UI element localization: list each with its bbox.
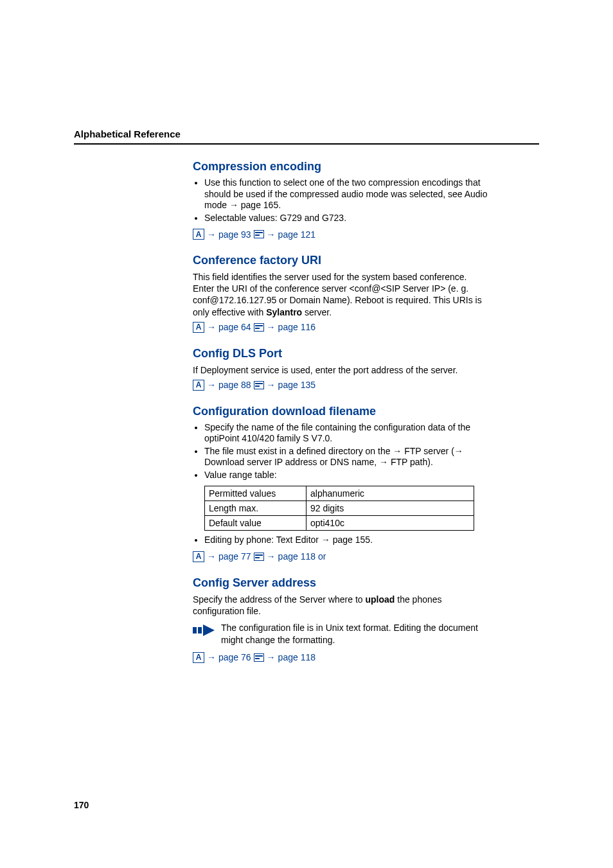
table-cell: Length max.	[205, 501, 306, 516]
wbt-icon	[254, 323, 264, 332]
compression-bullets: Use this function to select one of the t…	[193, 177, 488, 224]
admin-icon: A	[193, 652, 204, 663]
svg-rect-1	[198, 627, 202, 633]
conference-body-part2: server.	[302, 307, 332, 317]
admin-icon: A	[193, 322, 204, 333]
table-row: Length max. 92 digits	[205, 501, 474, 516]
heading-config-dls-port: Config DLS Port	[193, 347, 488, 360]
admin-icon: A	[193, 229, 204, 240]
wbt-icon	[254, 230, 264, 238]
download-bullet-after: Editing by phone: Text Editor → page 155…	[204, 535, 488, 546]
wbt-icon	[254, 653, 264, 662]
heading-conference-uri: Conference factory URI	[193, 254, 488, 267]
heading-compression-encoding: Compression encoding	[193, 160, 488, 173]
arrow-icon: →	[267, 652, 276, 662]
ref-link[interactable]: page 93	[218, 229, 251, 240]
wbt-icon	[254, 553, 264, 561]
ref-link[interactable]: page 116	[278, 322, 315, 332]
ref-link[interactable]: page 64	[218, 322, 251, 332]
compression-ref-line: A → page 93 → page 121	[193, 229, 488, 240]
heading-config-download-filename: Configuration download filename	[193, 405, 488, 418]
heading-config-server-address: Config Server address	[193, 576, 488, 590]
compression-bullet-2: Selectable values: G729 and G723.	[204, 213, 488, 224]
ref-link[interactable]: page 77	[218, 551, 251, 562]
conference-body-bold: Sylantro	[266, 307, 302, 317]
download-bullet-2: The file must exist in a defined directo…	[204, 446, 488, 468]
page-header: Alphabetical Reference	[74, 128, 539, 139]
value-range-table: Permitted values alphanumeric Length max…	[204, 486, 474, 531]
dls-body: If Deployment service is used, enter the…	[193, 364, 488, 376]
table-cell: Default value	[205, 516, 306, 531]
arrow-icon: →	[267, 380, 276, 390]
arrow-icon: →	[267, 322, 276, 332]
conference-body: This field identifies the server used fo…	[193, 271, 488, 318]
note-row: The configuration file is in Unix text f…	[193, 622, 488, 645]
ref-link[interactable]: page 118	[278, 551, 315, 562]
dls-ref-line: A → page 88 → page 135	[193, 380, 488, 391]
ref-link[interactable]: page 118	[278, 652, 315, 662]
note-text: The configuration file is in Unix text f…	[221, 622, 488, 645]
wbt-icon	[254, 381, 264, 389]
ref-link[interactable]: page 76	[218, 652, 251, 662]
table-cell: 92 digits	[306, 501, 474, 516]
ref-link[interactable]: page 121	[278, 229, 315, 240]
download-ref-line: A → page 77 → page 118 or	[193, 551, 488, 562]
ref-or: or	[318, 551, 326, 562]
content-column: Compression encoding Use this function t…	[193, 160, 488, 663]
svg-rect-0	[193, 627, 197, 633]
table-row: Default value opti410c	[205, 516, 474, 531]
header-rule	[74, 143, 539, 145]
download-bullets: Specify the name of the file containing …	[193, 422, 488, 481]
page-number: 170	[74, 800, 89, 810]
download-after-bullets: Editing by phone: Text Editor → page 155…	[193, 535, 488, 546]
conference-body-part1: This field identifies the server used fo…	[193, 272, 482, 317]
arrow-icon: →	[207, 380, 216, 390]
note-arrow-icon	[193, 623, 215, 637]
table-cell: opti410c	[306, 516, 474, 531]
arrow-icon: →	[207, 229, 216, 240]
server-ref-line: A → page 76 → page 118	[193, 652, 488, 663]
download-bullet-1: Specify the name of the file containing …	[204, 422, 488, 445]
server-body-bold: upload	[365, 594, 395, 605]
arrow-icon: →	[207, 652, 216, 662]
ref-link[interactable]: page 88	[218, 380, 251, 390]
table-row: Permitted values alphanumeric	[205, 486, 474, 501]
admin-icon: A	[193, 551, 204, 562]
server-body: Specify the address of the Server where …	[193, 594, 488, 617]
admin-icon: A	[193, 380, 204, 391]
table-cell: alphanumeric	[306, 486, 474, 501]
server-body-part1: Specify the address of the Server where …	[193, 594, 365, 605]
compression-bullet-1: Use this function to select one of the t…	[204, 177, 488, 211]
arrow-icon: →	[207, 322, 216, 332]
arrow-icon: →	[207, 551, 216, 562]
arrow-icon: →	[267, 551, 276, 562]
conference-ref-line: A → page 64 → page 116	[193, 322, 488, 333]
ref-link[interactable]: page 135	[278, 380, 315, 390]
table-cell: Permitted values	[205, 486, 306, 501]
arrow-icon: →	[267, 229, 276, 240]
download-bullet-3: Value range table:	[204, 470, 488, 481]
svg-marker-2	[203, 624, 215, 636]
